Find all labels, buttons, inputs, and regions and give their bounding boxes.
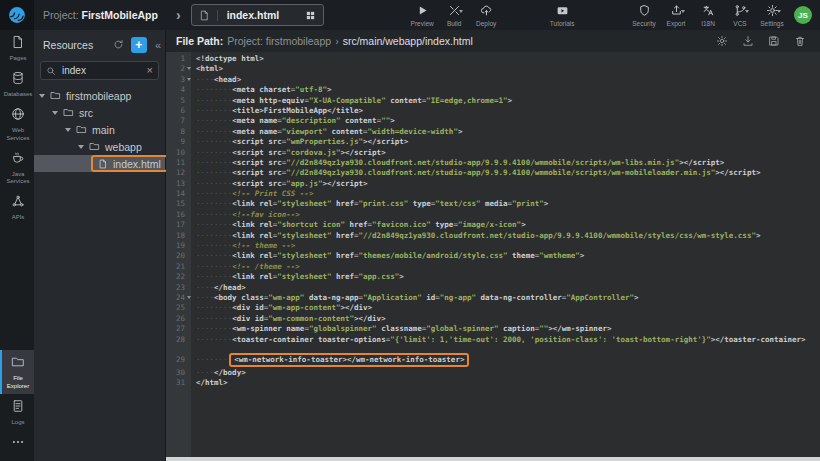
code-line-16[interactable]: 16········<!--fav icon--> [166,210,820,220]
download-file-button[interactable] [742,35,754,47]
grid-icon[interactable] [305,10,316,21]
code-editor[interactable]: 1<!doctype html>2<html>3····<head>4·····… [166,52,820,461]
code-line-2[interactable]: 2<html> [166,64,820,74]
editor-settings-button[interactable] [716,35,728,47]
sidebar-item-file-explorer[interactable]: File Explorer [0,350,34,393]
code-line-27[interactable]: 27········<wm-spinner name="globalspinne… [166,324,820,334]
fold-marker-icon[interactable] [187,67,191,70]
code-line-21[interactable]: 21········<!-- /theme --> [166,262,820,272]
code-line-15[interactable]: 15········<link rel="stylesheet" href="p… [166,199,820,209]
code-line-5[interactable]: 5········<meta http-equiv="X-UA-Compatib… [166,96,820,106]
code-line-14[interactable]: 14········<!-- Print CSS --> [166,189,820,199]
code-token: "X-UA-Compatible" [309,96,386,105]
code-token: <head> [214,75,241,84]
code-line-9[interactable]: 9········<script src="wmProperties.js"><… [166,137,820,147]
sidebar-item-logs[interactable]: Logs [0,394,34,430]
code-line-23[interactable]: 23····</head> [166,283,820,293]
avatar[interactable]: JS [794,6,812,24]
play-icon [416,4,429,18]
tree-caret-icon[interactable] [78,145,84,149]
code-token: <link rel [232,220,273,229]
tree-item-index.html[interactable]: index.html [34,155,165,172]
security-button[interactable]: Security [628,0,660,30]
deploy-button[interactable]: Deploy [470,0,502,30]
code-line-7[interactable]: 7········<meta name="description" conten… [166,116,820,126]
toolbar-right-group: SecurityExportI18NVCSSettings [628,0,788,30]
code-line-10[interactable]: 10········<script src="cordova.js"></scr… [166,148,820,158]
fold-marker-icon[interactable] [187,296,191,299]
resources-header: Resources + « [34,30,165,57]
code-line-18[interactable]: 18········<link rel="stylesheet" href="/… [166,231,820,241]
sidebar-item-databases[interactable]: Databases [0,66,34,102]
tree-caret-icon[interactable] [39,94,45,98]
horizontal-scrollbar[interactable] [166,457,820,461]
code-token: href [331,272,354,281]
video-icon [556,4,569,18]
clear-search-icon[interactable]: × [147,65,153,76]
sidebar-item-pages[interactable]: Pages [0,30,34,66]
indent-whitespace: ········ [196,314,232,323]
tutorials-button[interactable]: Tutorials [546,0,578,30]
refresh-icon[interactable] [113,39,124,50]
sidebar-item-java-services[interactable]: Java Services [0,146,34,189]
code-line-6[interactable]: 6········<title>FirstMobileApp</title> [166,106,820,116]
code-token: "{'limit': 1,'time-out': 2000, 'position… [390,335,711,344]
i18n-button[interactable]: I18N [692,0,724,30]
fold-marker-icon[interactable] [187,78,191,81]
save-file-button[interactable] [768,35,780,47]
delete-file-button[interactable] [794,35,806,47]
code-line-31[interactable]: 31</html> [166,378,820,388]
code-line-19[interactable]: 19········<!-- theme --> [166,241,820,251]
code-line-29[interactable]: 29········<wm-network-info-toaster></wm-… [166,352,820,368]
build-button[interactable]: Build [438,0,470,30]
tree-item-src[interactable]: src [34,104,165,121]
code-line-3[interactable]: 3····<head> [166,75,820,85]
tree-caret-icon[interactable] [65,128,71,132]
code-line-12[interactable]: 12········<script src="//d2n849qz1ya930.… [166,168,820,178]
add-resource-button[interactable]: + [131,37,147,53]
tree-item-firstmobileapp[interactable]: firstmobileapp [34,87,165,104]
tree-item-webapp[interactable]: webapp [34,138,165,155]
code-line-8[interactable]: 8········<meta name="viewport" content="… [166,127,820,137]
code-text: ········<!-- /theme --> [191,262,300,272]
toolbar-button-label: Preview [411,20,434,27]
wavemaker-logo-icon[interactable] [0,0,34,30]
export-button[interactable]: Export [660,0,692,30]
code-line-17[interactable]: 17········<link rel="shortcut icon" href… [166,220,820,230]
code-token: <meta http-equiv [232,96,304,105]
code-text: ········<meta name="description" content… [191,116,395,126]
preview-button[interactable]: Preview [406,0,438,30]
search-input[interactable] [60,64,143,77]
code-line-24[interactable]: 24····<body class="wm-app" data-ng-app="… [166,293,820,303]
code-line-20[interactable]: 20········<link rel="stylesheet" href="t… [166,251,820,261]
code-line-11[interactable]: 11········<script src="//d2n849qz1ya930.… [166,158,820,168]
code-line-30[interactable]: 30····</body> [166,368,820,378]
tree-caret-icon[interactable] [52,111,58,115]
indent-whitespace: ········ [196,303,232,312]
tab-index-html[interactable]: index.html [191,4,325,26]
collapse-panel-icon[interactable]: « [154,39,162,51]
tree-item-main[interactable]: main [34,121,165,138]
sidebar-item-more[interactable] [0,430,34,457]
toolbar-button-label: Tutorials [550,20,575,27]
code-line-22[interactable]: 22········<link rel="stylesheet" href="a… [166,272,820,282]
sidebar-item-web-services[interactable]: Web Services [0,102,34,145]
code-token: <link rel [232,251,273,260]
line-number: 17 [166,220,191,230]
indent-whitespace: ········ [196,116,232,125]
code-token: content [386,96,422,105]
code-line-1[interactable]: 1<!doctype html> [166,54,820,64]
code-token: <link rel [232,272,273,281]
code-line-25[interactable]: 25········<div id="wm-app-content"></div… [166,303,820,313]
code-line-4[interactable]: 4········<meta charset="utf-8"> [166,85,820,95]
vcs-button[interactable]: VCS [724,0,756,30]
code-line-26[interactable]: 26········<div id="wm-common-content"></… [166,314,820,324]
code-text: ········<!-- Print CSS --> [191,189,313,199]
code-line-13[interactable]: 13········<script src="app.js"></script> [166,179,820,189]
sidebar-item-apis[interactable]: APIs [0,189,34,225]
code-token: "stylesheet" [277,199,331,208]
tree-item-label: index.html [113,158,161,170]
code-line-28[interactable]: 28········<toaster-container toaster-opt… [166,335,820,345]
code-token: </body> [214,368,246,377]
settings-button[interactable]: Settings [756,0,788,30]
